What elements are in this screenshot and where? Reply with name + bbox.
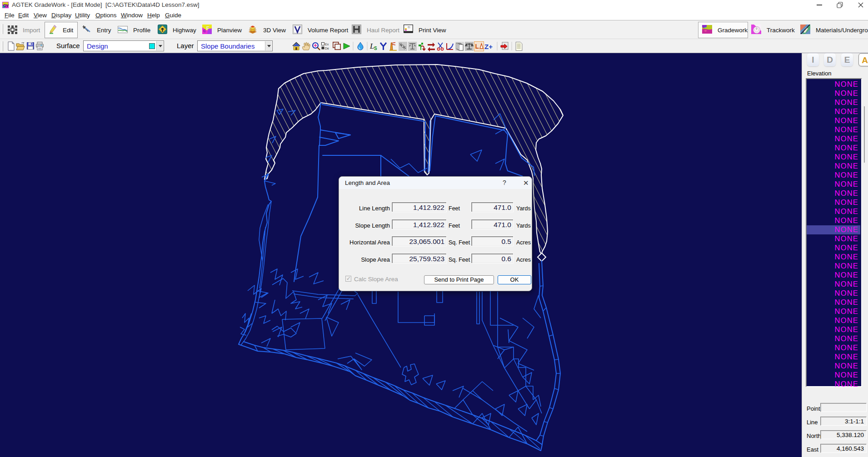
svg-text:Ex: Ex bbox=[325, 43, 329, 46]
svg-text:?: ? bbox=[408, 26, 409, 29]
svg-text:L: L bbox=[475, 43, 479, 50]
svg-text:De: De bbox=[325, 47, 329, 50]
svg-text:Z+: Z+ bbox=[484, 43, 493, 50]
svg-text:c: c bbox=[203, 28, 206, 33]
svg-text:F: F bbox=[206, 25, 210, 31]
svg-text:GW: GW bbox=[3, 3, 9, 8]
svg-text:L: L bbox=[369, 42, 374, 50]
svg-text:S: S bbox=[374, 46, 377, 51]
